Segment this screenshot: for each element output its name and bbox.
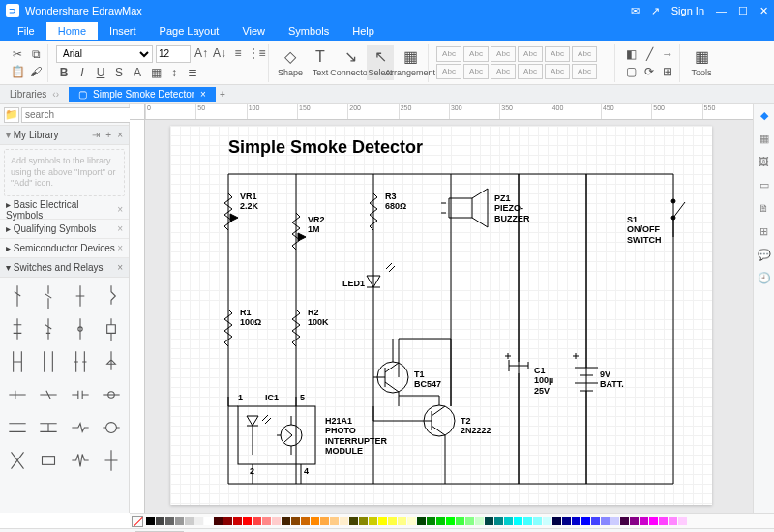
color-swatch[interactable] — [378, 517, 387, 525]
menu-insert[interactable]: Insert — [98, 22, 148, 40]
color-swatch[interactable] — [620, 517, 629, 525]
underline-icon[interactable]: U — [93, 65, 108, 80]
color-swatch[interactable] — [262, 517, 271, 525]
color-swatch[interactable] — [194, 517, 203, 525]
tools-button[interactable]: ▦Tools — [688, 45, 715, 80]
rail-image-icon[interactable]: 🖼 — [758, 155, 771, 168]
color-swatch[interactable] — [301, 517, 310, 525]
linespacing-icon[interactable]: ↕ — [166, 65, 182, 80]
color-swatch[interactable] — [485, 517, 493, 525]
color-swatch[interactable] — [185, 517, 194, 525]
symbol[interactable] — [67, 446, 94, 475]
color-swatch[interactable] — [543, 517, 551, 525]
minimize-icon[interactable]: — — [716, 5, 727, 16]
color-swatch[interactable] — [640, 517, 648, 525]
color-swatch[interactable] — [436, 517, 445, 525]
font-size[interactable] — [156, 45, 191, 63]
cat-qualifying[interactable]: ▸ Qualifying Symbols× — [0, 220, 129, 239]
color-swatch[interactable] — [610, 517, 619, 525]
symbol[interactable] — [35, 314, 62, 343]
color-swatch[interactable] — [156, 517, 164, 525]
color-swatch[interactable] — [359, 517, 368, 525]
canvas-page[interactable]: Simple Smoke Detector — [170, 126, 712, 505]
close-tab-icon[interactable]: × — [200, 89, 206, 100]
color-swatch[interactable] — [572, 517, 580, 525]
cat-switches-relays[interactable]: ▾ Switches and Relays× — [0, 258, 129, 278]
align-icon[interactable]: ≡ — [230, 45, 246, 61]
color-swatch[interactable] — [630, 517, 639, 525]
menu-file[interactable]: File — [6, 22, 46, 40]
color-swatch[interactable] — [349, 517, 358, 525]
symbol[interactable] — [4, 281, 31, 310]
color-swatch[interactable] — [456, 517, 464, 525]
bullets-icon[interactable]: ⋮≡ — [249, 45, 264, 61]
line-icon[interactable]: ╱ — [641, 46, 657, 62]
no-color-icon[interactable] — [132, 516, 143, 527]
symbol[interactable] — [98, 314, 125, 343]
color-swatch[interactable] — [514, 517, 522, 525]
cat-basic-electrical[interactable]: ▸ Basic Electrical Symbols× — [0, 200, 129, 220]
color-swatch[interactable] — [533, 517, 542, 525]
color-swatch[interactable] — [669, 517, 677, 525]
fill-icon[interactable]: ◧ — [623, 46, 639, 62]
font-select[interactable]: Arial — [56, 45, 153, 63]
menu-view[interactable]: View — [230, 22, 277, 40]
symbol[interactable] — [98, 281, 125, 310]
color-swatch[interactable] — [223, 517, 232, 525]
menu-pagelayout[interactable]: Page Layout — [148, 22, 231, 40]
color-swatch[interactable] — [243, 517, 252, 525]
my-library-header[interactable]: ▾ My Library ⇥+× — [0, 126, 129, 145]
color-swatch[interactable] — [659, 517, 668, 525]
close-icon[interactable]: ✕ — [759, 5, 768, 17]
symbol[interactable] — [4, 380, 31, 409]
menu-symbols[interactable]: Symbols — [277, 22, 341, 40]
symbol[interactable] — [98, 446, 125, 475]
rail-history-icon[interactable]: 🕘 — [758, 271, 771, 284]
import-icon[interactable]: ⇥ — [92, 130, 100, 140]
symbol[interactable] — [35, 446, 62, 475]
rail-props-icon[interactable]: ⊞ — [758, 224, 771, 238]
symbol[interactable] — [35, 413, 62, 442]
color-swatch[interactable] — [649, 517, 658, 525]
symbol[interactable] — [67, 347, 94, 376]
rotate-icon[interactable]: ⟳ — [641, 64, 657, 79]
symbol[interactable] — [4, 446, 31, 475]
arrow-icon[interactable]: → — [660, 46, 675, 62]
share-icon[interactable]: ↗ — [651, 5, 660, 17]
symbol[interactable] — [98, 347, 125, 376]
rail-comment-icon[interactable]: 💬 — [758, 248, 771, 261]
add-icon[interactable]: + — [105, 130, 111, 140]
connector-tool[interactable]: ↘Connector — [337, 45, 364, 80]
dec-font-icon[interactable]: A↓ — [212, 45, 227, 61]
color-swatch[interactable] — [494, 517, 503, 525]
color-swatch[interactable] — [581, 517, 590, 525]
cat-semiconductor[interactable]: ▸ Semiconductor Devices× — [0, 239, 129, 258]
messages-icon[interactable]: ✉ — [631, 5, 640, 17]
symbol[interactable] — [67, 281, 94, 310]
menu-help[interactable]: Help — [341, 22, 386, 40]
color-swatch[interactable] — [407, 517, 416, 525]
inc-font-icon[interactable]: A↑ — [194, 45, 209, 61]
new-tab-icon[interactable]: + — [220, 89, 225, 100]
color-swatch[interactable] — [253, 517, 261, 525]
italic-icon[interactable]: I — [74, 65, 90, 80]
color-swatch[interactable] — [320, 517, 329, 525]
color-swatch[interactable] — [311, 517, 319, 525]
copy-icon[interactable]: ⧉ — [28, 46, 44, 62]
symbol[interactable] — [35, 380, 62, 409]
symbol[interactable] — [67, 314, 94, 343]
color-swatch[interactable] — [417, 517, 426, 525]
color-swatch[interactable] — [146, 517, 155, 525]
color-swatch[interactable] — [233, 517, 242, 525]
arrangement-tool[interactable]: ▦Arrangement — [397, 45, 424, 80]
color-swatch[interactable] — [446, 517, 455, 525]
close-lib-icon[interactable]: × — [117, 130, 123, 140]
font-color-icon[interactable]: A — [130, 65, 145, 80]
symbol[interactable] — [67, 380, 94, 409]
signin-link[interactable]: Sign In — [671, 5, 704, 16]
color-swatch[interactable] — [340, 517, 348, 525]
color-swatch[interactable] — [291, 517, 300, 525]
rail-theme-icon[interactable]: ◆ — [758, 108, 771, 122]
color-swatch[interactable] — [282, 517, 290, 525]
color-swatch[interactable] — [562, 517, 571, 525]
